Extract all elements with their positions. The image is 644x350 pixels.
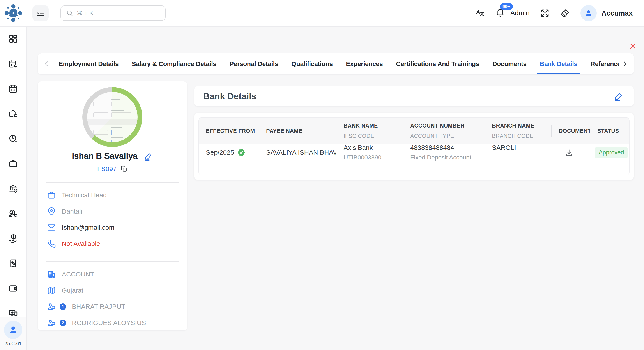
table-body: Sep/2025SAVALIYA ISHAN BHAV...Axis BankU…: [199, 144, 629, 161]
tab-experiences[interactable]: Experiences: [339, 53, 390, 74]
chevron-right-icon[interactable]: [621, 60, 629, 68]
fullscreen-icon[interactable]: [540, 8, 550, 18]
theme-brush-icon[interactable]: [560, 8, 570, 18]
phone: Not Available: [62, 240, 100, 247]
search-icon: [66, 10, 73, 17]
sidebar-collapse-button[interactable]: [32, 5, 49, 21]
tab-employment-details[interactable]: Employment Details: [52, 53, 125, 74]
employee-name: Ishan B Savaliya: [72, 151, 138, 161]
bank-details-table: EFFECTIVE FROMPAYEE NAMEBANK NAMEIFSC CO…: [198, 117, 630, 175]
manager-2: RODRIGUES ALOYSIUS: [72, 319, 146, 327]
nav-employment[interactable]: [8, 159, 18, 169]
nav-expenses[interactable]: [8, 284, 18, 293]
nav-work-settings[interactable]: [8, 109, 18, 119]
building-icon: [47, 270, 56, 279]
column-label: ACCOUNT NUMBER: [410, 123, 485, 129]
tab-documents[interactable]: Documents: [486, 53, 533, 74]
email-row: Ishan@gmail.com: [47, 219, 181, 236]
section-title: Bank Details: [203, 91, 256, 101]
app-root: 99+ Admin Accumax 25.C.61 Employment Det…: [0, 0, 644, 350]
person-icon: [8, 325, 18, 335]
tab-salary-compliance-details[interactable]: Salary & Compliance Details: [125, 53, 223, 74]
chevron-left-icon[interactable]: [42, 60, 51, 68]
person-icon: [584, 8, 593, 18]
nav-calendar[interactable]: [8, 84, 18, 94]
close-icon: [629, 42, 636, 50]
column-header-bank-name: BANK NAMEIFSC CODE: [336, 118, 403, 144]
nav-dashboard[interactable]: [8, 34, 18, 44]
role-label: Admin: [510, 9, 530, 17]
column-header-effective-from: EFFECTIVE FROM: [199, 118, 259, 144]
bank-name-cell: Axis BankUTIB0003890: [336, 144, 403, 161]
work-location-row: Dantali: [47, 203, 181, 219]
column-header-document: DOCUMENT: [552, 118, 590, 144]
menu-collapse-icon: [36, 9, 45, 17]
tab-references[interactable]: References: [584, 53, 620, 74]
bank-account-row[interactable]: Sep/2025SAVALIYA ISHAN BHAV...Axis BankU…: [199, 144, 629, 161]
tab-certifications-and-trainings[interactable]: Certifications And Trainings: [390, 53, 486, 74]
cell-value: 483838488484: [410, 144, 485, 151]
tab-bank-details[interactable]: Bank Details: [533, 53, 584, 74]
account-number-cell: 483838488484Fixed Deposit Account: [403, 144, 485, 161]
cell-value: Sep/2025: [206, 148, 259, 157]
notification-badge: 99+: [500, 3, 513, 10]
payee-name-cell: SAVALIYA ISHAN BHAV...: [259, 144, 337, 161]
user-avatar[interactable]: [580, 5, 597, 21]
copy-employee-id-button[interactable]: [120, 165, 128, 172]
tab-personal-details[interactable]: Personal Details: [223, 53, 285, 74]
work-location: Dantali: [62, 208, 82, 215]
profile-completion-ring: [82, 87, 142, 147]
briefcase-icon: [47, 190, 56, 200]
search-input[interactable]: [77, 10, 160, 17]
employee-id: FS097: [97, 165, 116, 173]
manager-1-row: 1BHARAT RAJPUT: [47, 299, 181, 315]
column-sublabel: BRANCH CODE: [492, 133, 552, 139]
column-label: DOCUMENT: [558, 128, 590, 134]
topbar: 99+ Admin Accumax: [0, 0, 644, 27]
employee-id-row: FS097: [38, 165, 187, 173]
download-document-button[interactable]: [565, 148, 574, 157]
nav-tax[interactable]: [8, 259, 18, 268]
rank-badge: 2: [60, 320, 66, 326]
department-row: ACCOUNT: [47, 266, 181, 282]
status-badge: Approved: [595, 147, 628, 158]
cell-subvalue: Fixed Deposit Account: [410, 154, 485, 161]
tab-qualifications[interactable]: Qualifications: [285, 53, 339, 74]
document-cell: [552, 144, 590, 161]
nav-bank-approvals[interactable]: [8, 184, 18, 193]
user-name: Accumax: [602, 9, 632, 17]
content: Employment DetailsSalary & Compliance De…: [27, 27, 644, 350]
nav-payroll[interactable]: [8, 234, 18, 243]
profile-card: Ishan B Savaliya FS097 Technical HeadDan…: [38, 81, 187, 330]
column-sublabel: IFSC CODE: [344, 133, 403, 139]
translate-icon[interactable]: [475, 8, 485, 18]
cell-subvalue: UTIB0003890: [344, 154, 403, 161]
column-header-account-number: ACCOUNT NUMBERACCOUNT TYPE: [403, 118, 485, 144]
cell-value: SAROLI: [492, 144, 552, 151]
column-label: BANK NAME: [344, 123, 403, 129]
cell-value: Axis Bank: [344, 144, 403, 151]
edit-profile-button[interactable]: [144, 152, 153, 161]
bank-details-header: Bank Details: [194, 86, 634, 106]
notifications-button[interactable]: 99+: [496, 7, 505, 19]
nav-time-request[interactable]: [8, 134, 18, 144]
nav-payout-settings[interactable]: [8, 209, 18, 218]
column-sublabel: ACCOUNT TYPE: [410, 133, 485, 139]
app-logo[interactable]: [0, 3, 27, 23]
global-search[interactable]: [60, 5, 166, 21]
map-icon: [47, 286, 56, 295]
person-badge-icon: [47, 302, 56, 311]
close-button[interactable]: [629, 42, 636, 50]
rank-badge: 1: [60, 303, 66, 310]
status-cell: Approved: [590, 144, 629, 161]
branch-name-cell: SAROLI-: [485, 144, 552, 161]
state: Gujarat: [62, 287, 83, 294]
nav-schedule-settings[interactable]: [8, 59, 18, 69]
logo-icon: [4, 3, 23, 23]
current-user-avatar[interactable]: [4, 321, 22, 339]
edit-bank-details-button[interactable]: [614, 91, 624, 101]
profile-photo: [87, 92, 138, 142]
manager-2-row: 2RODRIGUES ALOYSIUS: [47, 315, 181, 331]
location-pin-icon: [47, 207, 56, 216]
column-header-branch-name: BRANCH NAMEBRANCH CODE: [485, 118, 552, 144]
